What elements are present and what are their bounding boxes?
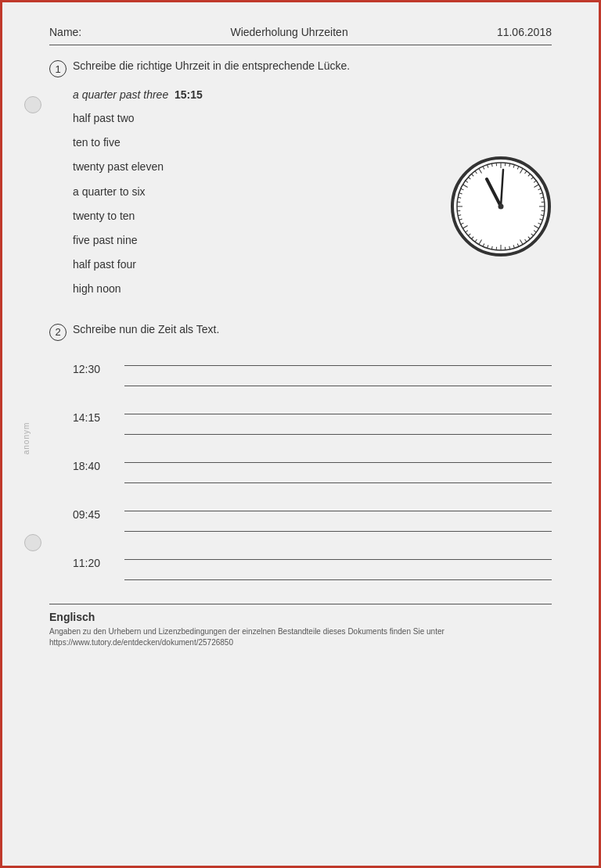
example-line: a quarter past three 15:15 [73,88,552,101]
write-time-row: 18:40 [73,449,552,483]
answer-line[interactable] [124,449,552,463]
answer-lines [124,497,552,532]
time-label: 09:45 [73,508,112,521]
section1-header: 1 Schreibe die richtige Uhrzeit in die e… [49,59,552,77]
svg-point-64 [498,204,504,210]
example-bold: 15:15 [175,88,203,101]
answer-lines [124,449,552,483]
answer-line[interactable] [124,372,552,386]
answer-line[interactable] [124,518,552,532]
example-italic: a quarter past three [73,88,168,101]
answer-line[interactable] [124,546,552,560]
footer-subject: Englisch [49,611,552,623]
page-title: Wiederholung Uhrzeiten [230,26,347,38]
section2-number: 2 [49,324,67,341]
hole-bottom [24,534,41,551]
section2: 2 Schreibe nun die Zeit als Text. 12:301… [49,323,552,580]
time-label: 12:30 [73,363,112,375]
write-time-row: 12:30 [73,352,552,386]
page-header: Name: Wiederholung Uhrzeiten 11.06.2018 [49,26,552,45]
time-items-container: half past twoten to fivetwenty past elev… [49,109,552,299]
time-item: ten to five [73,133,552,152]
time-item: half past two [73,109,552,128]
footer-note: Angaben zu den Urhebern und Lizenzbeding… [49,626,552,648]
write-time-row: 11:20 [73,546,552,580]
name-label: Name: [49,26,81,38]
clock-container [450,156,552,260]
section1-instruction: Schreibe die richtige Uhrzeit in die ent… [73,59,350,72]
section2-header: 2 Schreibe nun die Zeit als Text. [49,323,552,341]
write-time-row: 09:45 [73,497,552,532]
answer-lines [124,400,552,435]
side-label: anonym [22,422,31,455]
clock-icon [450,156,552,257]
time-label: 14:15 [73,411,112,424]
answer-lines [124,352,552,386]
answer-line[interactable] [124,400,552,414]
hole-top [24,96,41,113]
time-label: 11:20 [73,557,112,569]
answer-lines [124,546,552,580]
worksheet-page: anonym Name: Wiederholung Uhrzeiten 11.0… [0,0,601,868]
header-date: 11.06.2018 [497,26,552,38]
section1-number: 1 [49,60,67,77]
answer-line[interactable] [124,469,552,483]
time-label: 18:40 [73,460,112,472]
answer-line[interactable] [124,497,552,511]
answer-line[interactable] [124,421,552,435]
answer-line[interactable] [124,352,552,366]
time-item: high noon [73,279,552,299]
answer-line[interactable] [124,566,552,580]
page-footer: Englisch Angaben zu den Urhebern und Liz… [49,604,552,648]
write-time-row: 14:15 [73,400,552,435]
section2-instruction: Schreibe nun die Zeit als Text. [73,323,219,335]
